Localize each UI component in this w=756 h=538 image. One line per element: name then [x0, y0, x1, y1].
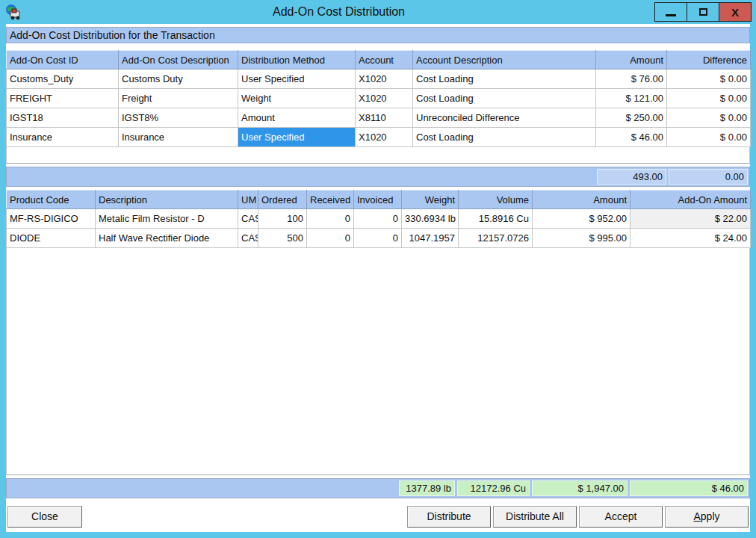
distribute-all-button[interactable]: Distribute All [493, 506, 577, 528]
cell-amount[interactable]: $ 995.00 [533, 229, 630, 248]
col-amount[interactable]: Amount [596, 51, 667, 69]
total-amount: 493.00 [597, 169, 666, 185]
window-controls: X [655, 2, 752, 22]
col-weight[interactable]: Weight [402, 191, 459, 209]
cell-received[interactable]: 0 [307, 209, 354, 229]
cell-product-code[interactable]: DIODE [7, 229, 96, 248]
cell-account[interactable]: X1020 [356, 69, 413, 89]
cell-difference[interactable]: $ 0.00 [667, 89, 751, 108]
cell-invoiced[interactable]: 0 [354, 209, 402, 229]
product-table: Product Code Description UM Ordered Rece… [6, 190, 751, 248]
maximize-icon [699, 8, 707, 16]
cell-amount[interactable]: $ 952.00 [533, 209, 630, 229]
col-amount[interactable]: Amount [533, 191, 630, 209]
cell-um[interactable]: CASE [238, 229, 258, 248]
cell-cost-id[interactable]: IGST18 [7, 108, 119, 128]
cell-addon-amount[interactable]: $ 22.00 [630, 209, 751, 229]
col-invoiced[interactable]: Invoiced [354, 191, 402, 209]
cell-account[interactable]: X1020 [356, 89, 413, 108]
col-difference[interactable]: Difference [667, 51, 751, 69]
cell-volume[interactable]: 12157.0726 [459, 229, 533, 248]
cell-weight[interactable]: 330.6934 lb [402, 209, 459, 229]
cell-cost-description[interactable]: Customs Duty [119, 69, 238, 89]
cell-description[interactable]: Metalic Film Resistor - D [96, 209, 238, 229]
col-distribution-method[interactable]: Distribution Method [238, 51, 356, 69]
minimize-button[interactable] [654, 2, 687, 22]
cell-distribution-method[interactable]: Amount [238, 108, 356, 128]
table-row[interactable]: Insurance Insurance User Specified X1020… [7, 128, 751, 147]
total-addon-amount: $ 46.00 [630, 480, 748, 496]
col-product-code[interactable]: Product Code [7, 191, 96, 209]
cell-description[interactable]: Half Wave Rectifier Diode [96, 229, 238, 248]
cell-um[interactable]: CASE [238, 209, 258, 229]
cell-received[interactable]: 0 [307, 229, 354, 248]
dialog-window: Add-On Cost Distribution X Add-On Cost D… [0, 0, 756, 538]
cell-cost-id[interactable]: Insurance [7, 128, 119, 147]
col-received[interactable]: Received [307, 191, 354, 209]
cell-cost-id[interactable]: FREIGHT [7, 89, 119, 108]
accept-button[interactable]: Accept [579, 506, 663, 528]
cell-cost-id[interactable]: Customs_Duty [7, 69, 119, 89]
cell-cost-description[interactable]: IGST8% [119, 108, 238, 128]
button-bar: Close Distribute Distribute All Accept A… [6, 506, 750, 528]
col-addon-cost-id[interactable]: Add-On Cost ID [7, 51, 119, 69]
cell-distribution-method[interactable]: User Specified [238, 69, 356, 89]
close-icon: X [731, 6, 739, 19]
cell-difference[interactable]: $ 0.00 [667, 128, 751, 147]
distribute-button[interactable]: Distribute [407, 506, 491, 528]
cell-account-description[interactable]: Cost Loading [413, 69, 596, 89]
col-description[interactable]: Description [96, 191, 238, 209]
col-ordered[interactable]: Ordered [258, 191, 307, 209]
table-row[interactable]: IGST18 IGST8% Amount X8110 Unreconciled … [7, 108, 751, 128]
close-window-button[interactable]: X [719, 2, 752, 22]
cell-distribution-method[interactable]: Weight [238, 89, 356, 108]
col-account[interactable]: Account [356, 51, 413, 69]
cell-amount[interactable]: $ 121.00 [596, 89, 667, 108]
cell-account[interactable]: X1020 [356, 128, 413, 147]
close-button[interactable]: Close [7, 506, 82, 528]
table-row[interactable]: DIODE Half Wave Rectifier Diode CASE 500… [7, 229, 751, 248]
col-addon-cost-description[interactable]: Add-On Cost Description [119, 51, 238, 69]
cell-ordered[interactable]: 500 [258, 229, 307, 248]
product-table-empty-area [6, 248, 750, 475]
product-table-header-row: Product Code Description UM Ordered Rece… [7, 191, 751, 209]
col-um[interactable]: UM [238, 191, 258, 209]
cell-account[interactable]: X8110 [356, 108, 413, 128]
cost-totals-strip: 493.00 0.00 [6, 167, 750, 187]
col-volume[interactable]: Volume [459, 191, 533, 209]
table-row[interactable]: FREIGHT Freight Weight X1020 Cost Loadin… [7, 89, 751, 108]
table-row[interactable]: Customs_Duty Customs Duty User Specified… [7, 69, 751, 89]
col-addon-amount[interactable]: Add-On Amount [630, 191, 751, 209]
total-difference: 0.00 [669, 169, 748, 185]
cell-cost-description[interactable]: Insurance [119, 128, 238, 147]
cell-cost-description[interactable]: Freight [119, 89, 238, 108]
cell-account-description[interactable]: Cost Loading [413, 89, 596, 108]
cell-difference[interactable]: $ 0.00 [667, 69, 751, 89]
cell-addon-amount[interactable]: $ 24.00 [630, 229, 751, 248]
app-icon[interactable] [4, 3, 22, 21]
cost-table-empty-area [6, 147, 750, 163]
cell-account-description[interactable]: Unreconciled Difference [413, 108, 596, 128]
cell-weight[interactable]: 1047.1957 [402, 229, 459, 248]
maximize-button[interactable] [687, 2, 719, 22]
cell-amount[interactable]: $ 250.00 [596, 108, 667, 128]
titlebar: Add-On Cost Distribution X [0, 0, 756, 24]
cost-table-header-row: Add-On Cost ID Add-On Cost Description D… [7, 51, 751, 69]
cell-product-code[interactable]: MF-RS-DIGICO [7, 209, 96, 229]
cell-amount[interactable]: $ 46.00 [596, 128, 667, 147]
total-volume: 12172.96 Cu [457, 480, 530, 496]
table-row[interactable]: MF-RS-DIGICO Metalic Film Resistor - D C… [7, 209, 751, 229]
total-product-amount: $ 1,947.00 [532, 480, 628, 496]
apply-button[interactable]: Apply [665, 506, 749, 528]
cell-ordered[interactable]: 100 [258, 209, 307, 229]
cell-difference[interactable]: $ 0.00 [667, 108, 751, 128]
caption-strip: Add-On Cost Distribution for the Transac… [6, 27, 750, 43]
cell-volume[interactable]: 15.8916 Cu [459, 209, 533, 229]
cell-account-description[interactable]: Cost Loading [413, 128, 596, 147]
cell-distribution-method-selected[interactable]: User Specified [238, 128, 356, 147]
cell-amount[interactable]: $ 76.00 [596, 69, 667, 89]
product-totals-strip: 1377.89 lb 12172.96 Cu $ 1,947.00 $ 46.0… [6, 478, 750, 498]
col-account-description[interactable]: Account Description [413, 51, 596, 69]
cell-invoiced[interactable]: 0 [354, 229, 402, 248]
total-weight: 1377.89 lb [399, 480, 455, 496]
